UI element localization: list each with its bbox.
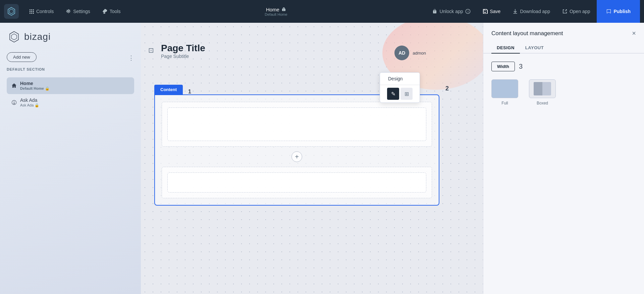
canvas-content-block: 2 + (154, 94, 439, 206)
more-options-icon[interactable]: ⋮ (128, 54, 134, 62)
inner-block-2-inner (167, 172, 426, 193)
tab-design[interactable]: DESIGN (491, 43, 520, 54)
canvas-area: ⊡ AD admon Page Title Page Subtitle Cont… (141, 23, 483, 294)
sidebar-logo: bizagi (7, 31, 134, 43)
panel-body: Width 3 Full Boxed (483, 54, 644, 114)
design-popup-actions: ✎ ⊞ (380, 85, 420, 102)
topnav-center: Home Default Home (128, 7, 424, 16)
width-button[interactable]: Width (491, 62, 515, 71)
unlock-app-button[interactable]: Unlock app i (427, 6, 476, 17)
page-subtitle: Page Subtitle (161, 54, 205, 59)
width-row: Width 3 (491, 62, 636, 71)
save-button[interactable]: Save (477, 6, 506, 17)
layout-options: Full Boxed (491, 79, 636, 105)
width-number: 3 (519, 63, 523, 70)
page-title: Page Title (161, 43, 205, 54)
panel-tabs: DESIGN LAYOUT (483, 37, 644, 54)
section-label: DEFAULT SECTION (7, 67, 134, 71)
open-app-button[interactable]: Open app (557, 6, 596, 17)
panel-close-button[interactable]: × (632, 29, 636, 37)
home-title: Home Default Home (265, 7, 287, 16)
sidebar: bizagi Add new ⋮ DEFAULT SECTION Home De… (0, 23, 141, 294)
sidebar-item-home[interactable]: Home Default Home 🔒 (7, 77, 134, 94)
logo-icon (4, 4, 19, 19)
askada-icon (11, 100, 17, 105)
design-popup-btn[interactable]: Design (380, 73, 420, 85)
inner-block-1 (162, 102, 432, 147)
sidebar-item-askada[interactable]: Ask Ada Ask Ada 🔒 (7, 94, 134, 111)
home-icon (11, 83, 17, 88)
content-tab[interactable]: Content (154, 85, 183, 94)
tools-button[interactable]: Tools (98, 6, 125, 17)
edit-icon-btn[interactable]: ✎ (387, 88, 399, 100)
layout-boxed[interactable]: Boxed (529, 79, 556, 105)
boxed-thumb (529, 79, 556, 98)
publish-button[interactable]: Publish (597, 0, 640, 23)
canvas-page-header: Page Title Page Subtitle (161, 43, 205, 59)
controls-button[interactable]: Controls (24, 6, 58, 17)
design-popup: Design ✎ ⊞ (380, 72, 420, 103)
collapse-icon[interactable]: ⊡ (148, 46, 154, 54)
annotation-1: 1 (188, 89, 191, 95)
sidebar-toolbar: Add new ⋮ (7, 52, 134, 63)
svg-text:i: i (468, 9, 468, 13)
panel-header: Content layout management × (483, 23, 644, 37)
right-panel: Content layout management × DESIGN LAYOU… (483, 23, 644, 294)
panel-title: Content layout management (491, 30, 563, 37)
add-new-button[interactable]: Add new (7, 52, 37, 62)
avatar: AD (394, 46, 409, 60)
download-app-button[interactable]: Download app (507, 6, 555, 17)
main-layout: bizagi Add new ⋮ DEFAULT SECTION Home De… (0, 23, 644, 294)
topnav-right: Unlock app i Save Download app Open app … (427, 0, 640, 23)
content-container: Content 1 2 + (154, 85, 439, 206)
tab-layout[interactable]: LAYOUT (520, 43, 549, 54)
inner-block-2 (162, 167, 432, 198)
canvas-avatar: AD admon (394, 46, 426, 60)
layout-icon-btn[interactable]: ⊞ (400, 88, 413, 100)
settings-button[interactable]: Settings (61, 6, 95, 17)
annotation-2: 2 (445, 85, 449, 92)
topnav: Controls Settings Tools Home Default Hom… (0, 0, 644, 23)
add-row-button[interactable]: + (291, 151, 302, 162)
bizagi-logo-icon (8, 31, 20, 43)
inner-block-1-inner (167, 107, 426, 141)
full-thumb (491, 79, 518, 98)
layout-full[interactable]: Full (491, 79, 518, 105)
